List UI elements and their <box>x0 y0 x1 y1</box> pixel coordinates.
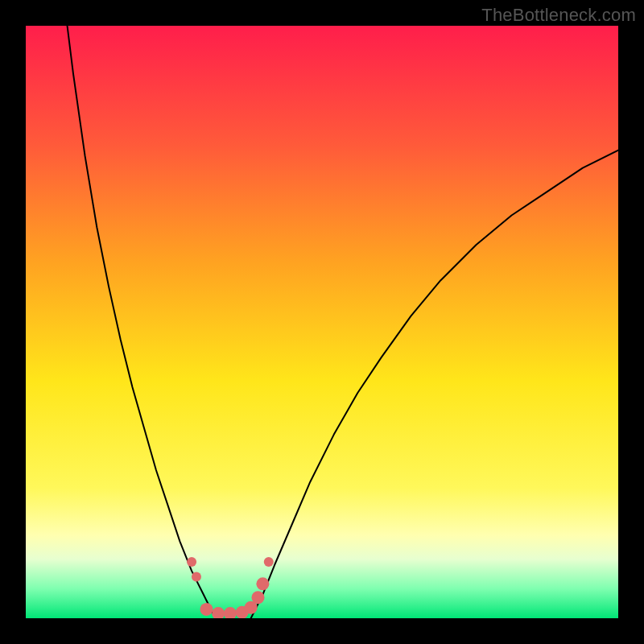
plot-area <box>26 26 618 618</box>
marker-dot <box>252 591 265 604</box>
outer-frame: TheBottleneck.com <box>0 0 644 644</box>
series-curve-right <box>251 151 618 618</box>
marker-dot <box>200 603 213 616</box>
chart-svg <box>26 26 618 618</box>
marker-dot <box>256 577 269 590</box>
series-curve-left <box>68 26 216 618</box>
marker-dot <box>187 557 196 567</box>
marker-dot <box>224 607 237 618</box>
marker-dot <box>212 607 225 618</box>
marker-dot <box>264 557 274 567</box>
watermark-text: TheBottleneck.com <box>481 5 636 26</box>
marker-dot <box>192 572 201 581</box>
